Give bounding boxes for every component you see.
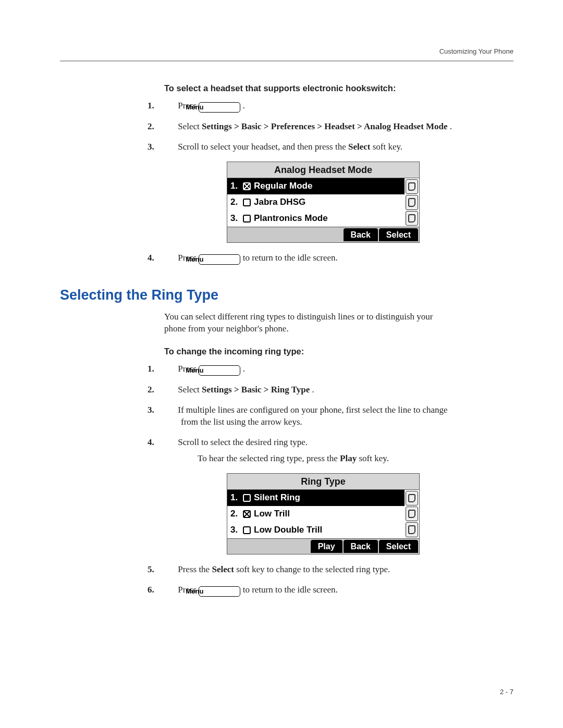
step-2: 2. Select Settings > Basic > Ring Type . (164, 384, 456, 396)
screen-title: Analog Headset Mode (227, 162, 420, 178)
step-text: Scroll to select your headset, and then … (178, 142, 348, 152)
phone-icon (406, 211, 418, 226)
list-item: 2. Low Trill (227, 506, 405, 522)
step-bold: Settings > Basic > Ring Type (202, 385, 310, 394)
screen-softkeys: Back Select (227, 227, 420, 243)
step-text: Scroll to select the desired ring type. (178, 437, 308, 447)
phone-screen-analog-headset: Analog Headset Mode 1. Regular Mode 2. J… (227, 162, 420, 243)
checkbox-checked-icon (243, 182, 251, 190)
step-1: 1. Press Menu . (164, 100, 456, 113)
screen-title: Ring Type (227, 473, 420, 490)
screen-body: 1. Regular Mode 2. Jabra DHSG 3. Plantro… (227, 178, 420, 227)
phone-icon (406, 522, 418, 537)
section2-subhead: To change the incoming ring type: (164, 346, 456, 357)
item-label: Regular Mode (254, 180, 312, 192)
list-item: 2. Jabra DHSG (227, 194, 405, 211)
list-item: 3. Plantronics Mode (227, 211, 405, 227)
item-label: Jabra DHSG (254, 196, 305, 208)
item-index: 2. (230, 508, 240, 520)
step-3: 3. If multiple lines are configured on y… (164, 404, 456, 428)
section2-steps: 1. Press Menu . 2. Select Settings > Bas… (164, 363, 456, 465)
item-label: Silent Ring (254, 492, 300, 504)
step-number: 2. (164, 384, 176, 396)
step-number: 6. (164, 584, 176, 596)
checkbox-empty-icon (243, 526, 251, 534)
content: To select a headset that supports electr… (60, 82, 456, 597)
step-bold: Select (212, 564, 234, 574)
checkbox-checked-icon (243, 510, 251, 518)
menu-button-icon: Menu (199, 102, 240, 113)
step-number: 4. (164, 252, 176, 264)
item-index: 1. (230, 492, 240, 504)
checkbox-empty-icon (243, 199, 251, 206)
chapter-title: Customizing Your Phone (60, 47, 513, 56)
step-text: Select (178, 121, 202, 131)
list-item: 3. Low Double Trill (227, 522, 405, 538)
phone-screen-ring-type: Ring Type 1. Silent Ring 2. Low Trill 3. (227, 473, 420, 555)
menu-button-icon: Menu (199, 254, 240, 265)
item-label: Low Trill (254, 508, 290, 520)
step-number: 3. (164, 141, 176, 153)
step-number: 1. (164, 363, 176, 375)
section1-steps: 1. Press Menu . 2. Select Settings > Bas… (164, 100, 456, 153)
item-label: Plantronics Mode (254, 213, 328, 225)
phone-icon (406, 507, 418, 521)
phone-icon (406, 195, 418, 209)
section2-steps-cont: 5. Press the Select soft key to change t… (164, 564, 456, 597)
screen-list: 1. Silent Ring 2. Low Trill 3. Low Doubl… (227, 490, 405, 538)
list-item: 1. Silent Ring (227, 490, 405, 506)
item-label: Low Double Trill (254, 524, 322, 536)
screen-side-icons (405, 178, 419, 227)
step-4: 4. Scroll to select the desired ring typ… (164, 437, 456, 465)
checkbox-empty-icon (243, 215, 251, 223)
checkbox-empty-icon (243, 494, 251, 502)
step-text: Press the (178, 564, 212, 574)
step-subtext: To hear the selected ring type, press th… (198, 453, 456, 465)
step-text: soft key. (359, 453, 388, 463)
item-index: 1. (230, 180, 240, 192)
list-item: 1. Regular Mode (227, 178, 405, 194)
softkey-back: Back (344, 228, 378, 242)
page-header: Customizing Your Phone (60, 47, 513, 61)
section-heading: Selecting the Ring Type (60, 286, 456, 304)
step-bold: Settings > Basic > Preferences > Headset… (202, 121, 448, 131)
step-text: soft key. (373, 142, 402, 152)
step-text: To hear the selected ring type, press th… (198, 453, 340, 463)
step-text: . (312, 385, 314, 394)
menu-button-icon: Menu (199, 365, 240, 376)
header-rule (60, 60, 513, 61)
item-index: 2. (230, 196, 240, 208)
step-text: to return to the idle screen. (243, 253, 338, 263)
phone-icon (406, 179, 418, 194)
step-text: . (450, 121, 452, 131)
screen-side-icons (405, 490, 419, 538)
intro-paragraph: You can select different ring types to d… (164, 311, 456, 335)
step-text: to return to the idle screen. (243, 585, 338, 595)
step-5: 5. Press the Select soft key to change t… (164, 564, 456, 576)
step-text: If multiple lines are configured on your… (178, 405, 447, 427)
screen-list: 1. Regular Mode 2. Jabra DHSG 3. Plantro… (227, 178, 405, 227)
step-bold: Play (340, 453, 357, 463)
screen-softkeys: Play Back Select (227, 539, 420, 555)
page-number: 2 - 7 (500, 687, 513, 697)
section1-steps-cont: 4. Press Menu to return to the idle scre… (164, 252, 456, 265)
item-index: 3. (230, 213, 240, 225)
step-text: . (243, 101, 245, 110)
step-number: 5. (164, 564, 176, 576)
section1-subhead: To select a headset that supports electr… (164, 82, 456, 94)
step-bold: Select (348, 142, 370, 152)
softkey-back: Back (344, 540, 378, 553)
step-number: 4. (164, 437, 176, 449)
step-number: 1. (164, 100, 176, 112)
step-text: Select (178, 385, 202, 394)
step-text: . (243, 364, 245, 374)
step-number: 2. (164, 121, 176, 133)
softkey-play: Play (311, 540, 342, 553)
softkey-select: Select (379, 228, 418, 242)
screen-body: 1. Silent Ring 2. Low Trill 3. Low Doubl… (227, 490, 420, 539)
step-4: 4. Press Menu to return to the idle scre… (164, 252, 456, 265)
step-number: 3. (164, 404, 176, 416)
step-1: 1. Press Menu . (164, 363, 456, 376)
phone-icon (406, 491, 418, 505)
step-6: 6. Press Menu to return to the idle scre… (164, 584, 456, 597)
